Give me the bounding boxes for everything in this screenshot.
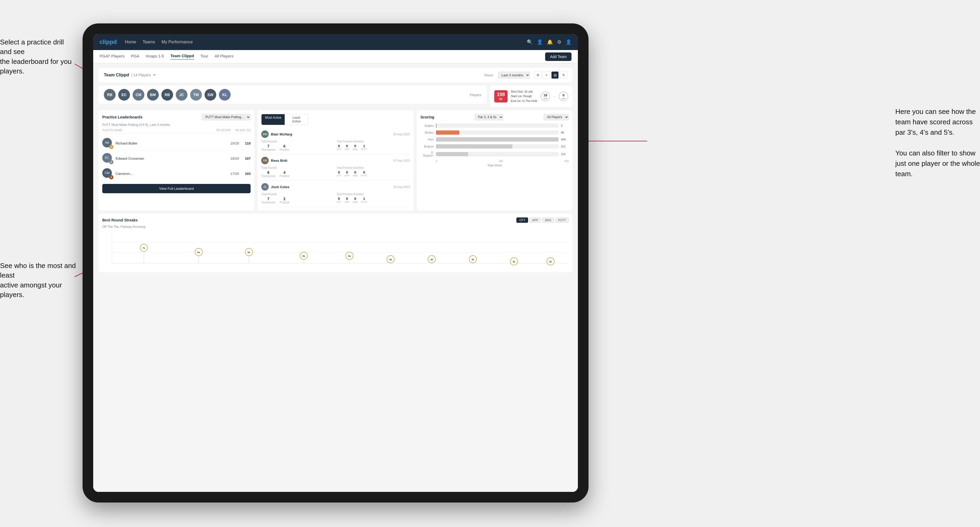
scoring-player-select[interactable]: All Players [544,114,569,120]
streaks-subtitle: Off The Tee, Fairway Accuracy [102,225,569,229]
player-avatar-2[interactable]: EC [118,89,130,101]
x-label-200: 200 [498,160,503,163]
streaks-filter-buttons: OTT APP ARG PUTT [516,217,569,223]
bar-fill-birdies [436,130,460,135]
sub-nav-all-players[interactable]: All Players [215,54,234,59]
grid-view-icon[interactable]: ⊞ [534,71,542,79]
annotation-right-line5: You can also filter to show [895,148,980,158]
practice-stat-2: 4 Practice [280,170,289,178]
player-avatar-5[interactable]: RB [161,89,173,101]
col-avg-sq: PB AVG SQ [235,129,251,132]
main-content: Team Clippd | 14 Players ✏ Show: Last 3 … [93,63,578,492]
lb-subtitle: PUTT Must Make Putting (3-6 ft), Last 3 … [102,123,251,127]
bar-value-pars: 499 [561,138,569,141]
player-avatar-4[interactable]: BM [147,89,159,101]
annotation-right-line7: team. [895,169,980,179]
activity-stats-2: Total Rounds 8 Tournament 4 Practice [261,167,410,178]
player-avatar-9[interactable]: KL [219,89,231,101]
svg-text:6x: 6x [248,251,250,254]
table-row: CM 3 Cameron... 17/20 103 [102,166,251,181]
nav-my-performance[interactable]: My Performance [162,40,193,44]
arg-filter-btn[interactable]: ARG [542,217,554,223]
bar-track-birdies [436,130,559,135]
add-team-button[interactable]: Add Team [545,52,571,61]
tournament-stat-3: 7 Tournament [261,197,275,204]
activity-avatar-2: RB [261,157,269,164]
player-avatar-6[interactable]: JC [176,89,188,101]
activity-card-1-header: BM Blair McHarg 26 Aug 2023 [261,130,410,138]
list-view-icon[interactable]: ≡ [543,71,550,79]
practice-stat-3: 2 Practice [280,197,289,204]
drill-select[interactable]: PUTT Must Make Putting... [202,114,251,120]
nav-home[interactable]: Home [125,40,136,44]
search-icon[interactable]: 🔍 [527,39,533,45]
svg-text:3x: 3x [549,260,552,263]
sub-nav-team-clippd[interactable]: Team Clippd [170,54,194,60]
activity-card-3: JC Josh Coles 26 Aug 2023 Total Rounds 7 [261,181,410,207]
bar-birdies: Birdies 96 [420,130,569,135]
streaks-header: Best Round Streaks OTT APP ARG PUTT [102,217,569,223]
practice-leaderboards-title: Practice Leaderboards [102,115,142,119]
sort-icon[interactable]: ⇅ [560,71,567,79]
person-icon[interactable]: 👤 [537,39,543,45]
ott-filter-btn[interactable]: OTT [516,217,528,223]
nav-icons: 🔍 👤 🔔 ⚙ 👤 [527,39,571,45]
activity-card-3-header: JC Josh Coles 26 Aug 2023 [261,183,410,190]
lb-rank-badge-1: 1 [109,145,113,149]
player-avatar-1[interactable]: RB [104,89,116,101]
least-active-tab[interactable]: Least Active [285,114,308,125]
bell-icon[interactable]: 🔔 [547,39,553,45]
view-full-leaderboard-button[interactable]: View Full Leaderboard [102,184,251,193]
player-avatar-3[interactable]: CM [133,89,144,101]
nav-teams[interactable]: Teams [142,40,155,44]
end-lie-label: End Lie: In The Hole [511,99,538,103]
view-icons: ⊞ ≡ ▤ ⇅ [534,71,567,79]
putt-filter-btn[interactable]: PUTT [555,217,569,223]
sub-nav-pga[interactable]: PGA [131,54,140,59]
detail-view-icon[interactable]: ▤ [551,71,559,79]
annotation-top-left-line2: the leaderboard for you players. [0,57,72,75]
shot-dist-label: Shot Dist: 16 yds [511,89,538,94]
app-filter-btn[interactable]: APP [529,217,541,223]
players-row: RB EC CM BM RB JC TM SW KL Players [99,86,487,104]
practice-leaderboards-panel: Practice Leaderboards PUTT Must Make Put… [99,110,254,211]
team-title: Team Clippd | 14 Players ✏ [104,73,156,78]
settings-icon[interactable]: ⚙ [557,39,562,45]
streaks-panel: Best Round Streaks OTT APP ARG PUTT Off … [99,214,573,272]
yds-circle-2: 0 yds [559,92,568,101]
player-avatar-8[interactable]: SW [205,89,216,101]
bar-value-eagles: 3 [561,124,569,127]
player-avatar-7[interactable]: TM [190,89,202,101]
players-label: Players [470,93,482,97]
sub-nav-pgat[interactable]: PGAT Players [100,54,125,59]
bar-eagles: Eagles 3 [420,124,569,128]
lb-rank-2: EC 2 [102,153,113,163]
show-label: Show: [484,73,494,77]
activity-panel-header: Most Active Least Active [261,114,410,125]
x-label-0: 0 [436,160,438,163]
lb-avg-2: 107 [245,157,251,160]
lb-score-1: 19/20 [231,141,239,145]
activity-card-2-header: RB Rees Britt 02 Sep 2023 [261,157,410,164]
edit-icon[interactable]: ✏ [153,73,156,77]
team-count: | 14 Players [131,73,151,77]
scoring-par-select[interactable]: Par 3, 4 & 5s [474,114,503,120]
profile-avatar[interactable]: 👤 [566,39,571,45]
activity-name-2: Rees Britt [271,159,391,163]
svg-text:5x: 5x [348,255,351,257]
bar-label-dbogeys: D. Bogeys+ [420,151,434,157]
activity-rounds-group-2: Total Rounds 8 Tournament 4 Practice [261,167,334,178]
scoring-header: Scoring Par 3, 4 & 5s All Players [420,114,569,120]
svg-text:4x: 4x [389,258,392,261]
team-name: Team Clippd [104,73,129,78]
bar-track-bogeys [436,144,559,149]
lb-name-2: Edward Crossman [116,157,228,160]
yds-circle-1: 16 yds [541,92,550,101]
bar-track-eagles [436,124,559,128]
most-active-tab[interactable]: Most Active [261,114,285,125]
annotation-right-line3: par 3's, 4's and 5's. [895,127,980,138]
sub-nav-hcaps[interactable]: Hcaps 1-5 [146,54,164,59]
sub-nav-tour[interactable]: Tour [200,54,208,59]
show-select[interactable]: Last 3 months [498,71,530,79]
bar-dbogeys: D. Bogeys+ 131 [420,151,569,157]
